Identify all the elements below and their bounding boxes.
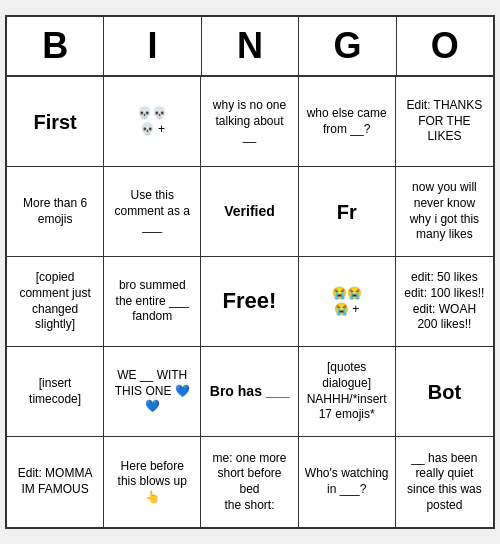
- cell-r4c5[interactable]: Bot: [396, 347, 493, 437]
- cell-r5c2[interactable]: Here before this blows up 👆: [104, 437, 201, 527]
- cell-r1c2[interactable]: 💀💀 💀 +: [104, 77, 201, 167]
- cell-text-r5c1: Edit: MOMMA IM FAMOUS: [13, 466, 97, 497]
- cell-text-r5c5: __ has been really quiet since this was …: [402, 451, 487, 513]
- bingo-grid: First💀💀 💀 +why is no one talking about _…: [7, 77, 493, 527]
- cell-r3c2[interactable]: bro summed the entire ___ fandom: [104, 257, 201, 347]
- cell-r1c3[interactable]: why is no one talking about __: [201, 77, 298, 167]
- cell-r3c3[interactable]: Free!: [201, 257, 298, 347]
- cell-text-r4c2: WE __ WITH THIS ONE 💙💙: [110, 368, 194, 415]
- cell-r1c5[interactable]: Edit: THANKS FOR THE LIKES: [396, 77, 493, 167]
- cell-text-r3c5: edit: 50 likes edit: 100 likes!! edit: W…: [402, 270, 487, 332]
- cell-r2c1[interactable]: More than 6 emojis: [7, 167, 104, 257]
- cell-text-r1c4: who else came from __?: [305, 106, 389, 137]
- bingo-header: B I N G O: [7, 17, 493, 77]
- header-b: B: [7, 17, 104, 75]
- cell-text-r2c4: Fr: [337, 199, 357, 225]
- header-o: O: [397, 17, 493, 75]
- cell-text-r3c3: Free!: [223, 287, 277, 316]
- header-n: N: [202, 17, 299, 75]
- cell-text-r3c1: [copied comment just changed slightly]: [13, 270, 97, 332]
- cell-r4c4[interactable]: [quotes dialogue] NAHHH/*insert 17 emoji…: [299, 347, 396, 437]
- cell-text-r3c2: bro summed the entire ___ fandom: [110, 278, 194, 325]
- cell-r2c5[interactable]: now you will never know why i got this m…: [396, 167, 493, 257]
- cell-r2c4[interactable]: Fr: [299, 167, 396, 257]
- header-i: I: [104, 17, 201, 75]
- cell-text-r2c1: More than 6 emojis: [13, 196, 97, 227]
- cell-r4c2[interactable]: WE __ WITH THIS ONE 💙💙: [104, 347, 201, 437]
- cell-r5c1[interactable]: Edit: MOMMA IM FAMOUS: [7, 437, 104, 527]
- cell-r1c1[interactable]: First: [7, 77, 104, 167]
- cell-text-r1c3: why is no one talking about __: [207, 98, 291, 145]
- cell-text-r4c4: [quotes dialogue] NAHHH/*insert 17 emoji…: [305, 360, 389, 422]
- bingo-card: B I N G O First💀💀 💀 +why is no one talki…: [5, 15, 495, 529]
- cell-r1c4[interactable]: who else came from __?: [299, 77, 396, 167]
- cell-r2c3[interactable]: Verified: [201, 167, 298, 257]
- cell-text-r4c5: Bot: [428, 379, 461, 405]
- cell-text-r1c5: Edit: THANKS FOR THE LIKES: [402, 98, 487, 145]
- cell-r5c5[interactable]: __ has been really quiet since this was …: [396, 437, 493, 527]
- cell-r4c3[interactable]: Bro has ___: [201, 347, 298, 437]
- cell-text-r4c3: Bro has ___: [210, 382, 289, 400]
- cell-text-r1c2: 💀💀 💀 +: [137, 106, 167, 137]
- cell-text-r2c2: Use this comment as a ___: [110, 188, 194, 235]
- cell-text-r5c4: Who's watching in ___?: [305, 466, 389, 497]
- cell-r5c3[interactable]: me: one more short before bed the short:: [201, 437, 298, 527]
- cell-text-r2c5: now you will never know why i got this m…: [402, 180, 487, 242]
- cell-text-r1c1: First: [33, 109, 76, 135]
- cell-r2c2[interactable]: Use this comment as a ___: [104, 167, 201, 257]
- cell-text-r5c2: Here before this blows up 👆: [110, 459, 194, 506]
- cell-r5c4[interactable]: Who's watching in ___?: [299, 437, 396, 527]
- cell-r4c1[interactable]: [insert timecode]: [7, 347, 104, 437]
- cell-r3c1[interactable]: [copied comment just changed slightly]: [7, 257, 104, 347]
- cell-r3c4[interactable]: 😭😭 😭 +: [299, 257, 396, 347]
- header-g: G: [299, 17, 396, 75]
- cell-text-r2c3: Verified: [224, 202, 275, 220]
- cell-text-r4c1: [insert timecode]: [13, 376, 97, 407]
- cell-text-r3c4: 😭😭 😭 +: [332, 286, 362, 317]
- cell-r3c5[interactable]: edit: 50 likes edit: 100 likes!! edit: W…: [396, 257, 493, 347]
- cell-text-r5c3: me: one more short before bed the short:: [207, 451, 291, 513]
